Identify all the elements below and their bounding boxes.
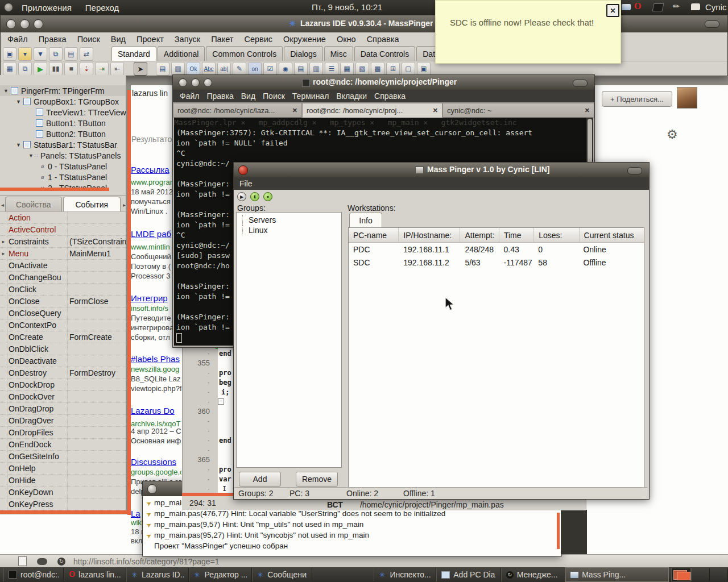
opera-indicator-icon[interactable]: O — [634, 1, 641, 11]
component-tactionlist[interactable]: ▢ — [402, 62, 415, 76]
component-tmainmenu[interactable]: ▤ — [156, 62, 169, 76]
window-close-button[interactable] — [238, 165, 248, 175]
expander-icon[interactable]: ▼ — [16, 99, 22, 105]
component-tlabel[interactable]: Abc — [202, 62, 216, 76]
tab-close-icon[interactable]: ✕ — [585, 107, 590, 114]
tab-close-icon[interactable]: ✕ — [433, 107, 438, 114]
component-tcheckbox[interactable]: ☑ — [263, 62, 277, 76]
workspace-cell[interactable] — [691, 568, 710, 581]
tab-events[interactable]: События — [63, 197, 121, 211]
save-all-icon[interactable]: ⧉ — [49, 47, 63, 61]
palette-tab-common-controls[interactable]: Common Controls — [206, 46, 283, 61]
property-row[interactable]: OnActivate — [0, 260, 126, 272]
taskbar-item-manager[interactable]: ↻ Менедже... — [501, 568, 565, 581]
property-row[interactable]: OnEndDock — [0, 439, 126, 451]
message-row[interactable]: ➤ mp_main.pas(9,57) Hint: Unit "mp_utils… — [146, 519, 561, 530]
step-over-icon[interactable]: ⇥ — [95, 62, 109, 76]
property-row[interactable]: OnKeyPress — [0, 498, 126, 510]
menu-window[interactable]: Окно — [337, 35, 356, 44]
tree-item[interactable]: TreeView1: TTreeView — [0, 107, 126, 118]
build-icon[interactable]: ▦ — [3, 62, 16, 76]
share-button[interactable]: + Поделиться... — [602, 91, 672, 107]
table-row[interactable]: SDC 192.168.11.2 5/63 -117487 58 Offline — [349, 256, 644, 269]
start-ping-button[interactable]: ▶ — [237, 192, 246, 201]
expander-icon[interactable]: ▼ — [16, 142, 22, 148]
result-link[interactable]: Discussions — [131, 457, 181, 467]
property-row[interactable]: OnDestroyFormDestroy — [0, 367, 126, 379]
window-close-button[interactable] — [6, 19, 16, 29]
menu-tools[interactable]: Сервис — [244, 35, 272, 44]
tree-item[interactable]: Button1: TButton — [0, 118, 126, 128]
run-to-cursor-icon[interactable]: ⇤ — [110, 62, 124, 76]
taskbar-item-addpc-dialog[interactable]: Add PC Dia... — [436, 568, 500, 581]
menu-file[interactable]: Файл — [7, 35, 28, 44]
tree-item[interactable]: ▼∷ Panels: TStatusPanels — [0, 150, 126, 161]
property-row[interactable]: OnKeyDown — [0, 487, 126, 498]
pause-ping-button[interactable]: ▮ — [250, 192, 259, 201]
groups-listbox[interactable]: Servers Linux — [236, 212, 342, 468]
property-row[interactable]: ▸MenuMainMenu1 — [0, 248, 126, 260]
expander-icon[interactable]: ▼ — [28, 153, 35, 159]
component-tbutton[interactable]: Ok — [187, 62, 200, 76]
menu-search[interactable]: Поиск — [77, 35, 100, 44]
component-tmemo[interactable]: ✎ — [233, 62, 246, 76]
property-row[interactable]: OnCloseFormClose — [0, 296, 126, 307]
places-menu[interactable]: Переход — [85, 3, 119, 13]
message-row[interactable]: Проект "MassPinger" успешно собран — [146, 541, 561, 551]
menu-edit[interactable]: Правка — [206, 92, 233, 101]
scrollbar-thumb[interactable] — [557, 513, 560, 549]
component-tstatictext[interactable]: ▧ — [355, 62, 369, 76]
terminal-tab[interactable]: root@ndc: /home/cynic/laza...✕ — [173, 103, 302, 118]
notification-close-button[interactable]: ✕ — [606, 4, 619, 17]
property-row[interactable]: OnDockOver — [0, 391, 126, 403]
menu-view[interactable]: Вид — [241, 92, 255, 101]
save-icon[interactable]: ▼ — [34, 47, 47, 61]
menu-file[interactable]: Файл — [180, 92, 199, 101]
menu-help[interactable]: Справка — [367, 35, 399, 44]
window-minimize-button[interactable] — [191, 78, 200, 87]
property-row[interactable]: Action — [0, 212, 126, 224]
toggle-form-icon[interactable]: ▤ — [64, 47, 78, 61]
taskbar-item-messages[interactable]: ✳ Сообщения — [252, 568, 312, 581]
component-tcombobox[interactable]: ▥ — [309, 62, 323, 76]
tab-info[interactable]: Info — [349, 213, 382, 228]
property-row[interactable]: OnCloseQuery — [0, 307, 126, 319]
palette-tab-misc[interactable]: Misc — [324, 46, 353, 61]
window-close-button[interactable] — [179, 78, 187, 87]
chat-indicator-icon[interactable] — [691, 3, 700, 10]
tree-item[interactable]: ø0 - TStatusPanel — [0, 161, 126, 172]
taskbar-item-masspinger-active[interactable]: Mass Ping... — [565, 567, 668, 582]
property-row[interactable]: ▸Constraints(TSizeConstraint — [0, 236, 126, 248]
menu-help[interactable]: Справка — [374, 92, 406, 101]
applications-menu[interactable]: Приложения — [22, 3, 72, 13]
result-link[interactable]: Lazarus Do — [131, 406, 181, 415]
window-close-button[interactable] — [147, 484, 157, 494]
page-icon[interactable] — [18, 556, 27, 566]
component-tmaindialog[interactable]: ▣ — [417, 62, 431, 76]
menu-file[interactable]: File — [239, 179, 253, 188]
tab-scroll-right-icon[interactable]: ▸ — [123, 202, 126, 208]
printer-indicator-icon[interactable] — [622, 4, 631, 10]
result-link[interactable]: #labels Phas — [131, 354, 181, 364]
group-item[interactable]: Servers — [242, 215, 341, 225]
component-tradiobutton[interactable]: ◉ — [279, 62, 292, 76]
table-header-row[interactable]: PC-name IP/Hostname: Attempt: Time Loses… — [349, 228, 644, 243]
component-tedit[interactable]: ab| — [217, 62, 231, 76]
gear-icon[interactable]: ⚙ — [667, 127, 678, 142]
palette-tab-data-controls[interactable]: Data Controls — [354, 46, 416, 61]
property-row[interactable]: OnContextPo — [0, 319, 126, 331]
message-row[interactable]: ➤ mp_main.pas(95,27) Hint: Unit "syncobj… — [146, 530, 561, 541]
expander-icon[interactable]: ▼ — [3, 88, 10, 94]
tree-item[interactable]: ▼ GroupBox1: TGroupBox — [0, 96, 126, 107]
group-item[interactable]: Linux — [242, 225, 341, 235]
window-minimize-button[interactable] — [20, 19, 30, 29]
property-row[interactable]: OnHide — [0, 475, 126, 487]
titlebar-minimize-pill[interactable] — [627, 167, 642, 174]
property-row[interactable]: OnGetSiteInfo — [0, 451, 126, 463]
property-row[interactable]: OnHelp — [0, 463, 126, 475]
workspace-cell[interactable] — [710, 568, 728, 581]
window-maximize-button[interactable] — [34, 19, 43, 29]
pause-icon[interactable]: ▮▮ — [49, 62, 63, 76]
property-row[interactable]: OnDeactivate — [0, 355, 126, 367]
component-tlistbox[interactable]: ▤ — [294, 62, 308, 76]
